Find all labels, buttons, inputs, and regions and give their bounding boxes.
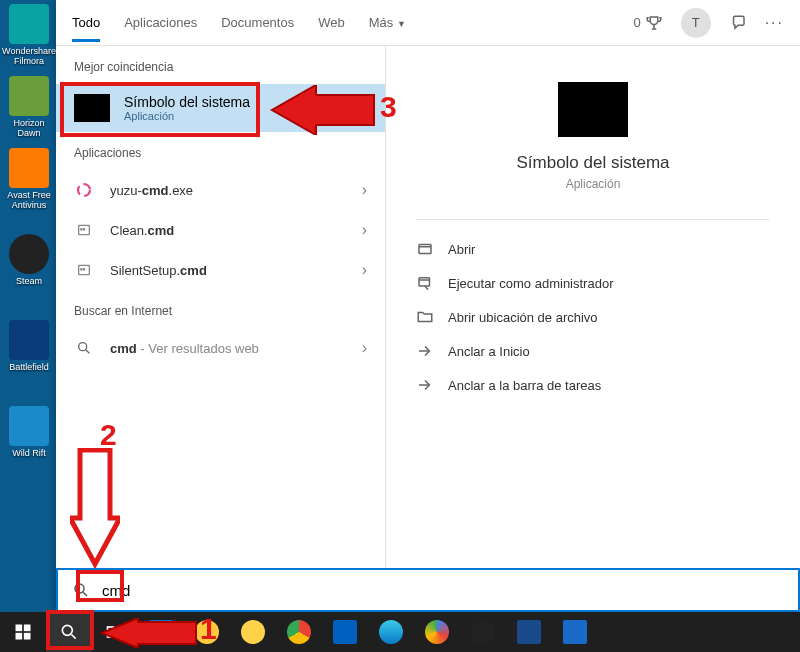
svg-point-6 — [83, 269, 84, 270]
task-view-button[interactable] — [92, 612, 138, 652]
desktop-icon[interactable]: Horizon Dawn — [2, 76, 56, 144]
action-open-location[interactable]: Abrir ubicación de archivo — [416, 300, 770, 334]
search-icon — [74, 338, 94, 358]
svg-rect-11 — [16, 625, 23, 632]
search-input[interactable] — [102, 582, 784, 599]
desktop-icon[interactable]: Battlefield — [2, 320, 56, 388]
svg-rect-12 — [24, 625, 31, 632]
app-result[interactable]: Clean.cmd › — [56, 210, 385, 250]
taskbar-app[interactable] — [230, 612, 276, 652]
svg-point-3 — [83, 229, 84, 230]
pin-icon — [416, 376, 434, 394]
web-section-label: Buscar en Internet — [56, 290, 385, 328]
svg-point-0 — [78, 184, 90, 196]
taskbar-app[interactable] — [138, 612, 184, 652]
chevron-down-icon: ▼ — [397, 19, 406, 29]
taskbar — [0, 612, 800, 652]
preview-title: Símbolo del sistema — [516, 153, 669, 173]
user-avatar[interactable]: T — [681, 8, 711, 38]
rewards-badge[interactable]: 0 — [633, 14, 662, 32]
batch-file-icon — [74, 220, 94, 240]
chevron-right-icon: › — [362, 261, 367, 279]
pin-icon — [416, 342, 434, 360]
result-subtitle: Aplicación — [124, 110, 250, 122]
search-icon — [72, 581, 90, 599]
result-preview-pane: Símbolo del sistema Aplicación Abrir Eje… — [386, 46, 800, 568]
desktop-icon[interactable]: Steam — [2, 234, 56, 302]
tab-documents[interactable]: Documentos — [221, 3, 294, 42]
svg-rect-8 — [419, 245, 431, 254]
taskbar-chrome[interactable] — [276, 612, 322, 652]
desktop-icon[interactable]: Wild Rift — [2, 406, 56, 474]
desktop-icon[interactable]: Avast Free Antivirus — [2, 148, 56, 216]
search-button[interactable] — [46, 612, 92, 652]
chevron-right-icon: › — [362, 181, 367, 199]
search-input-box[interactable] — [56, 568, 800, 612]
svg-point-2 — [81, 229, 82, 230]
admin-icon — [416, 274, 434, 292]
taskbar-obs[interactable] — [460, 612, 506, 652]
apps-section-label: Aplicaciones — [56, 132, 385, 170]
action-run-admin[interactable]: Ejecutar como administrador — [416, 266, 770, 300]
taskbar-app[interactable] — [322, 612, 368, 652]
svg-point-5 — [81, 269, 82, 270]
taskbar-app[interactable] — [552, 612, 598, 652]
search-tabs: Todo Aplicaciones Documentos Web Más ▼ — [72, 3, 406, 42]
action-pin-start[interactable]: Anclar a Inicio — [416, 334, 770, 368]
divider — [416, 219, 770, 220]
best-match-label: Mejor coincidencia — [56, 46, 385, 84]
batch-file-icon — [74, 260, 94, 280]
desktop: Wondershare Filmora Horizon Dawn Avast F… — [0, 0, 58, 612]
svg-rect-16 — [108, 627, 114, 637]
app-icon — [74, 180, 94, 200]
svg-rect-17 — [117, 627, 123, 637]
taskbar-edge[interactable] — [368, 612, 414, 652]
cmd-thumbnail-icon — [74, 94, 110, 122]
more-icon[interactable]: ··· — [765, 14, 784, 32]
taskbar-app[interactable] — [414, 612, 460, 652]
tab-more[interactable]: Más ▼ — [369, 3, 406, 42]
chevron-right-icon: › — [362, 99, 367, 117]
chevron-right-icon: › — [362, 221, 367, 239]
open-icon — [416, 240, 434, 258]
chevron-right-icon: › — [362, 339, 367, 357]
cmd-large-icon — [558, 82, 628, 137]
app-result[interactable]: SilentSetup.cmd › — [56, 250, 385, 290]
feedback-icon[interactable] — [729, 14, 747, 32]
svg-point-7 — [79, 343, 87, 351]
svg-rect-9 — [419, 278, 430, 286]
start-button[interactable] — [0, 612, 46, 652]
taskbar-app[interactable] — [184, 612, 230, 652]
folder-icon — [416, 308, 434, 326]
search-header: Todo Aplicaciones Documentos Web Más ▼ 0… — [56, 0, 800, 46]
taskbar-virtualbox[interactable] — [506, 612, 552, 652]
action-pin-taskbar[interactable]: Anclar a la barra de tareas — [416, 368, 770, 402]
result-title: Símbolo del sistema — [124, 94, 250, 110]
web-result[interactable]: cmd - Ver resultados web › — [56, 328, 385, 368]
svg-rect-13 — [16, 633, 23, 640]
search-results-panel: Todo Aplicaciones Documentos Web Más ▼ 0… — [56, 0, 800, 612]
results-list: Mejor coincidencia Símbolo del sistema A… — [56, 46, 386, 568]
best-match-result[interactable]: Símbolo del sistema Aplicación › — [56, 84, 385, 132]
svg-rect-14 — [24, 633, 31, 640]
preview-subtitle: Aplicación — [566, 177, 621, 191]
tab-apps[interactable]: Aplicaciones — [124, 3, 197, 42]
app-result[interactable]: yuzu-cmd.exe › — [56, 170, 385, 210]
action-open[interactable]: Abrir — [416, 232, 770, 266]
svg-point-10 — [75, 584, 84, 593]
tab-all[interactable]: Todo — [72, 3, 100, 42]
desktop-icon[interactable]: Wondershare Filmora — [2, 4, 56, 72]
tab-web[interactable]: Web — [318, 3, 345, 42]
svg-point-15 — [62, 625, 72, 635]
trophy-icon — [645, 14, 663, 32]
